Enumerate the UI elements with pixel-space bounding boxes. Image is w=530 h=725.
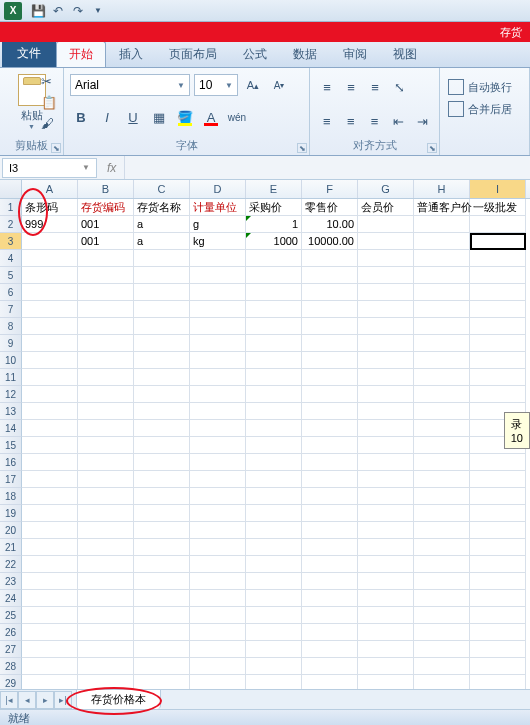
cell[interactable] — [78, 318, 134, 335]
italic-button[interactable]: I — [96, 106, 118, 128]
cell[interactable] — [22, 454, 78, 471]
cell[interactable] — [22, 471, 78, 488]
underline-button[interactable]: U — [122, 106, 144, 128]
cell[interactable] — [22, 658, 78, 675]
cell[interactable] — [246, 352, 302, 369]
cell[interactable] — [78, 658, 134, 675]
cell[interactable] — [134, 471, 190, 488]
align-left-icon[interactable]: ≡ — [316, 110, 338, 132]
cell[interactable] — [134, 267, 190, 284]
cell[interactable] — [134, 607, 190, 624]
cell[interactable] — [78, 301, 134, 318]
cell[interactable] — [22, 641, 78, 658]
cell[interactable] — [246, 386, 302, 403]
cell[interactable] — [470, 590, 526, 607]
cell[interactable] — [78, 556, 134, 573]
cell[interactable] — [414, 556, 470, 573]
row-header[interactable]: 22 — [0, 556, 22, 573]
app-icon[interactable]: X — [4, 2, 22, 20]
cell[interactable] — [134, 641, 190, 658]
cell[interactable] — [78, 624, 134, 641]
cell[interactable] — [414, 522, 470, 539]
cell[interactable] — [246, 454, 302, 471]
border-button[interactable]: ▦ — [148, 106, 170, 128]
cell[interactable] — [302, 437, 358, 454]
font-color-button[interactable]: A — [200, 106, 222, 128]
row-header[interactable]: 24 — [0, 590, 22, 607]
cell[interactable] — [470, 369, 526, 386]
cell[interactable] — [470, 216, 526, 233]
cell[interactable] — [358, 233, 414, 250]
row-header[interactable]: 20 — [0, 522, 22, 539]
cell[interactable] — [78, 284, 134, 301]
row-header[interactable]: 17 — [0, 471, 22, 488]
row-header[interactable]: 27 — [0, 641, 22, 658]
row-header[interactable]: 5 — [0, 267, 22, 284]
row-header[interactable]: 7 — [0, 301, 22, 318]
column-header-G[interactable]: G — [358, 180, 414, 198]
cell[interactable] — [78, 437, 134, 454]
cell[interactable] — [302, 556, 358, 573]
column-header-C[interactable]: C — [134, 180, 190, 198]
cell[interactable] — [78, 250, 134, 267]
cell[interactable] — [190, 301, 246, 318]
cell[interactable] — [134, 590, 190, 607]
cell[interactable] — [470, 267, 526, 284]
cell[interactable] — [22, 539, 78, 556]
cell[interactable] — [414, 352, 470, 369]
cell[interactable] — [358, 658, 414, 675]
cell[interactable] — [358, 539, 414, 556]
cell[interactable] — [246, 539, 302, 556]
cell[interactable]: 普通客户价 — [414, 199, 470, 216]
cell[interactable] — [190, 624, 246, 641]
cell[interactable] — [22, 607, 78, 624]
save-icon[interactable]: 💾 — [28, 2, 48, 20]
tab-data[interactable]: 数据 — [280, 41, 330, 67]
cell[interactable] — [302, 250, 358, 267]
cell[interactable] — [190, 573, 246, 590]
cell[interactable] — [246, 573, 302, 590]
column-header-F[interactable]: F — [302, 180, 358, 198]
cell[interactable] — [414, 369, 470, 386]
cell[interactable] — [134, 505, 190, 522]
cell[interactable]: 条形码 — [22, 199, 78, 216]
cell[interactable] — [134, 301, 190, 318]
cell[interactable] — [302, 386, 358, 403]
cell[interactable] — [414, 471, 470, 488]
cell[interactable] — [414, 573, 470, 590]
name-box[interactable]: I3▼ — [2, 158, 97, 178]
cell[interactable] — [470, 233, 526, 250]
cell[interactable] — [246, 369, 302, 386]
row-header[interactable]: 3 — [0, 233, 22, 250]
cell[interactable] — [190, 352, 246, 369]
cell[interactable]: 计量单位 — [190, 199, 246, 216]
cell[interactable] — [190, 641, 246, 658]
cell[interactable] — [22, 233, 78, 250]
row-header[interactable]: 28 — [0, 658, 22, 675]
cell[interactable] — [190, 522, 246, 539]
cell[interactable] — [190, 556, 246, 573]
align-center-icon[interactable]: ≡ — [340, 110, 362, 132]
cell[interactable] — [246, 335, 302, 352]
align-right-icon[interactable]: ≡ — [364, 110, 386, 132]
row-header[interactable]: 23 — [0, 573, 22, 590]
row-header[interactable]: 4 — [0, 250, 22, 267]
cell[interactable] — [358, 590, 414, 607]
cell[interactable] — [134, 437, 190, 454]
cell[interactable] — [302, 641, 358, 658]
cell[interactable] — [246, 420, 302, 437]
cell[interactable]: 会员价 — [358, 199, 414, 216]
cell[interactable] — [22, 624, 78, 641]
align-dialog-icon[interactable]: ⬊ — [427, 143, 437, 153]
cell[interactable] — [22, 522, 78, 539]
cell[interactable] — [78, 352, 134, 369]
cell[interactable] — [414, 590, 470, 607]
cell[interactable] — [246, 318, 302, 335]
cell[interactable] — [22, 573, 78, 590]
cell[interactable] — [190, 488, 246, 505]
column-header-B[interactable]: B — [78, 180, 134, 198]
cell[interactable] — [414, 624, 470, 641]
sheet-next-icon[interactable]: ▸ — [36, 691, 54, 709]
align-bottom-icon[interactable]: ≡ — [364, 76, 386, 98]
cell[interactable] — [134, 369, 190, 386]
